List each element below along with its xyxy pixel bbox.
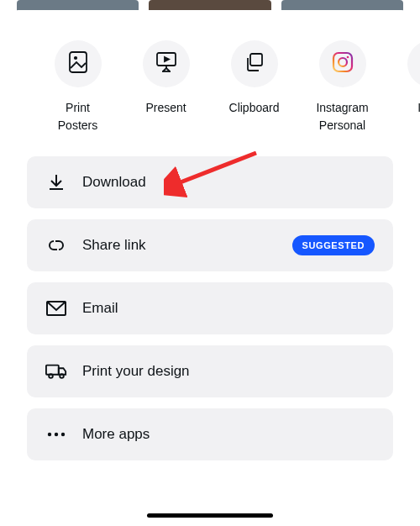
svg-point-1 (74, 57, 76, 59)
svg-point-14 (48, 433, 51, 436)
download-icon (45, 173, 67, 192)
share-targets-scroll[interactable]: PrintPosters Present (0, 40, 420, 134)
share-target-label: Present (145, 99, 186, 117)
share-target-clipboard[interactable]: Clipboard (210, 40, 298, 134)
more-apps-button[interactable]: More apps (27, 408, 393, 460)
instagram-icon (332, 51, 354, 76)
action-label: Email (82, 300, 118, 317)
email-icon (45, 301, 67, 316)
share-target-instagram-business[interactable]: InstaBusi (386, 40, 420, 134)
truck-icon (45, 363, 67, 380)
share-link-button[interactable]: Share link SUGGESTED (27, 219, 393, 271)
present-icon (155, 52, 177, 76)
svg-point-16 (61, 433, 65, 436)
image-icon (69, 51, 87, 76)
share-sheet: PrintPosters Present (0, 10, 420, 526)
link-icon (45, 238, 67, 253)
svg-rect-0 (70, 52, 87, 72)
svg-point-15 (55, 433, 58, 436)
svg-rect-3 (250, 54, 262, 66)
svg-point-13 (60, 374, 64, 378)
share-target-label: InstagramPersonal (316, 99, 368, 134)
action-label: Share link (82, 237, 146, 254)
share-target-label: Clipboard (229, 99, 280, 117)
svg-rect-11 (46, 366, 59, 375)
share-target-present[interactable]: Present (122, 40, 210, 134)
clipboard-icon (244, 52, 265, 76)
suggested-badge: SUGGESTED (292, 235, 375, 255)
more-icon (45, 432, 67, 437)
action-label: Print your design (82, 363, 190, 380)
svg-point-6 (346, 56, 349, 59)
home-indicator[interactable] (147, 513, 273, 518)
share-target-print-posters[interactable]: PrintPosters (34, 40, 122, 134)
svg-rect-4 (333, 53, 352, 71)
svg-point-5 (339, 58, 347, 66)
download-button[interactable]: Download (27, 156, 393, 208)
svg-point-12 (49, 374, 53, 378)
share-target-label: PrintPosters (58, 99, 97, 134)
action-label: Download (82, 174, 146, 191)
print-button[interactable]: Print your design (27, 345, 393, 397)
action-list: Download Share link SUGGESTED Email (0, 134, 420, 460)
email-button[interactable]: Email (27, 282, 393, 334)
action-label: More apps (82, 426, 150, 443)
share-target-instagram-personal[interactable]: InstagramPersonal (298, 40, 386, 134)
